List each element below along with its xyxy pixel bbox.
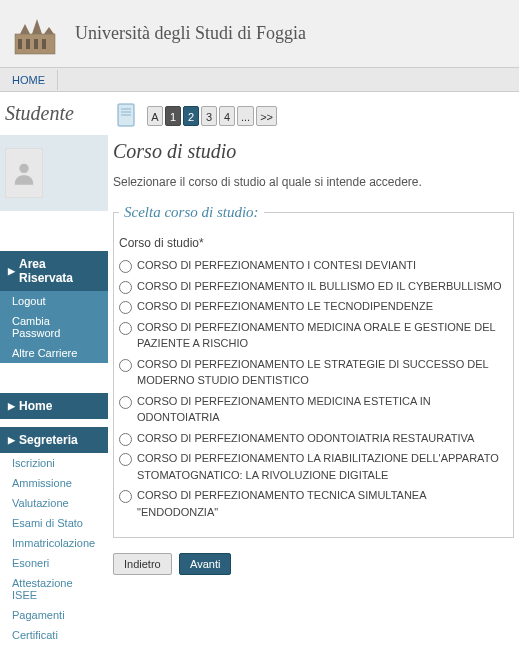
course-option: CORSO DI PERFEZIONAMENTO I CONTESI DEVIA… xyxy=(119,255,508,276)
page-button[interactable]: >> xyxy=(256,106,277,126)
sidebar-link[interactable]: Iscrizioni xyxy=(0,453,108,473)
svg-rect-7 xyxy=(42,39,46,49)
course-radio[interactable] xyxy=(119,301,132,314)
sidebar-link[interactable]: Esami di Stato xyxy=(0,513,108,533)
page-title: Corso di studio xyxy=(113,140,514,163)
sidebar-link[interactable]: Attestazione ISEE xyxy=(0,573,108,605)
avatar xyxy=(5,148,43,198)
header: Università degli Studi di Foggia xyxy=(0,0,519,68)
course-label: CORSO DI PERFEZIONAMENTO I CONTESI DEVIA… xyxy=(137,257,416,274)
course-option: CORSO DI PERFEZIONAMENTO IL BULLISMO ED … xyxy=(119,276,508,297)
page-button[interactable]: ... xyxy=(237,106,254,126)
course-radio[interactable] xyxy=(119,396,132,409)
page-icon xyxy=(113,102,141,130)
course-label: CORSO DI PERFEZIONAMENTO LE STRATEGIE DI… xyxy=(137,356,508,389)
fieldset-legend: Scelta corso di studio: xyxy=(119,204,264,221)
course-option: CORSO DI PERFEZIONAMENTO MEDICINA ESTETI… xyxy=(119,391,508,428)
sidebar-link[interactable]: Esoneri xyxy=(0,553,108,573)
page-description: Selezionare il corso di studio al quale … xyxy=(113,175,514,189)
page-button[interactable]: A xyxy=(147,106,163,126)
forward-button[interactable]: Avanti xyxy=(179,553,231,575)
page-button[interactable]: 4 xyxy=(219,106,235,126)
course-radio[interactable] xyxy=(119,322,132,335)
university-name: Università degli Studi di Foggia xyxy=(75,23,306,44)
course-radio[interactable] xyxy=(119,453,132,466)
course-label: CORSO DI PERFEZIONAMENTO MEDICINA ORALE … xyxy=(137,319,508,352)
course-option: CORSO DI PERFEZIONAMENTO LE TECNODIPENDE… xyxy=(119,296,508,317)
course-radio[interactable] xyxy=(119,281,132,294)
menu-label: Home xyxy=(19,399,52,413)
course-radio[interactable] xyxy=(119,433,132,446)
course-fieldset: Scelta corso di studio: Corso di studio*… xyxy=(113,204,514,538)
sidebar-segreteria[interactable]: ▶ Segreteria xyxy=(0,427,108,453)
course-option: CORSO DI PERFEZIONAMENTO ODONTOIATRIA RE… xyxy=(119,428,508,449)
nav-home-link[interactable]: HOME xyxy=(0,70,58,90)
sidebar-area-riservata[interactable]: ▶ Area Riservata xyxy=(0,251,108,291)
sidebar-link[interactable]: Valutazione xyxy=(0,493,108,513)
button-row: Indietro Avanti xyxy=(113,553,514,575)
course-radio[interactable] xyxy=(119,260,132,273)
course-label: CORSO DI PERFEZIONAMENTO MEDICINA ESTETI… xyxy=(137,393,508,426)
sidebar-link[interactable]: Certificati xyxy=(0,625,108,645)
avatar-box xyxy=(0,135,108,211)
course-option: CORSO DI PERFEZIONAMENTO TECNICA SIMULTA… xyxy=(119,485,508,522)
course-option: CORSO DI PERFEZIONAMENTO LE STRATEGIE DI… xyxy=(119,354,508,391)
pagination: A1234...>> xyxy=(113,102,514,130)
sidebar-altre-carriere[interactable]: Altre Carriere xyxy=(0,343,108,363)
sidebar-title: Studente xyxy=(0,92,108,135)
course-label: CORSO DI PERFEZIONAMENTO IL BULLISMO ED … xyxy=(137,278,502,295)
sidebar: Studente ▶ Area Riservata Logout Cambia … xyxy=(0,92,108,648)
page-button[interactable]: 1 xyxy=(165,106,181,126)
course-option: CORSO DI PERFEZIONAMENTO LA RIABILITAZIO… xyxy=(119,448,508,485)
course-label: CORSO DI PERFEZIONAMENTO LE TECNODIPENDE… xyxy=(137,298,433,315)
svg-point-8 xyxy=(19,164,28,173)
sidebar-home[interactable]: ▶ Home xyxy=(0,393,108,419)
field-label: Corso di studio* xyxy=(119,236,508,250)
university-logo xyxy=(5,4,65,64)
svg-marker-3 xyxy=(44,27,54,34)
course-label: CORSO DI PERFEZIONAMENTO TECNICA SIMULTA… xyxy=(137,487,508,520)
menu-label: Area Riservata xyxy=(19,257,100,285)
sidebar-link[interactable]: Immatricolazione xyxy=(0,533,108,553)
content: A1234...>> Corso di studio Selezionare i… xyxy=(108,92,519,648)
svg-rect-6 xyxy=(34,39,38,49)
svg-marker-2 xyxy=(32,19,42,34)
sidebar-link[interactable]: Pagamenti xyxy=(0,605,108,625)
svg-rect-4 xyxy=(18,39,22,49)
back-button[interactable]: Indietro xyxy=(113,553,172,575)
svg-marker-1 xyxy=(20,24,30,34)
sidebar-link[interactable]: Ammissione xyxy=(0,473,108,493)
menu-label: Segreteria xyxy=(19,433,78,447)
page-button[interactable]: 2 xyxy=(183,106,199,126)
chevron-right-icon: ▶ xyxy=(8,435,15,445)
course-label: CORSO DI PERFEZIONAMENTO LA RIABILITAZIO… xyxy=(137,450,508,483)
chevron-right-icon: ▶ xyxy=(8,266,15,276)
course-option: CORSO DI PERFEZIONAMENTO MEDICINA ORALE … xyxy=(119,317,508,354)
nav-bar: HOME xyxy=(0,68,519,92)
page-button[interactable]: 3 xyxy=(201,106,217,126)
course-radio[interactable] xyxy=(119,490,132,503)
svg-rect-5 xyxy=(26,39,30,49)
sidebar-cambia-password[interactable]: Cambia Password xyxy=(0,311,108,343)
chevron-right-icon: ▶ xyxy=(8,401,15,411)
course-label: CORSO DI PERFEZIONAMENTO ODONTOIATRIA RE… xyxy=(137,430,474,447)
sidebar-logout[interactable]: Logout xyxy=(0,291,108,311)
course-radio[interactable] xyxy=(119,359,132,372)
